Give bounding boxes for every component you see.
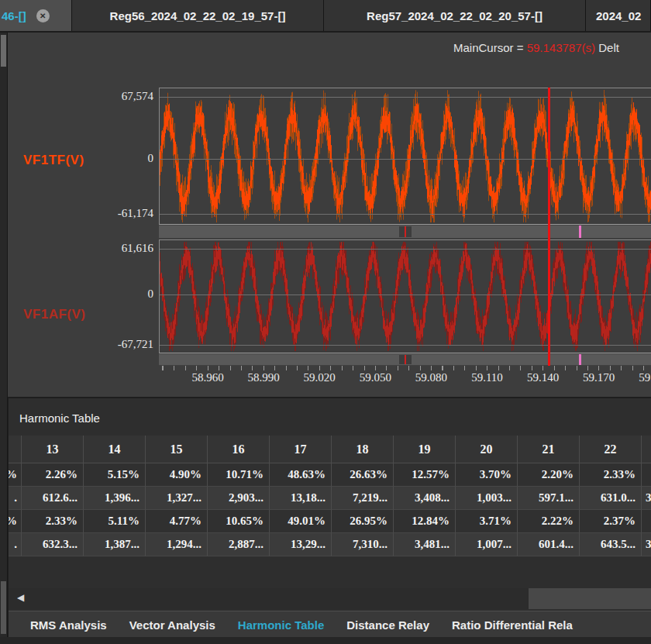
table-header-cell[interactable]: 22	[580, 436, 642, 463]
table-cell[interactable]: 7,310...	[332, 533, 394, 556]
cursor-readout-value: 59.143787(s)	[527, 41, 595, 54]
table-cell[interactable]: 49.01%	[270, 510, 332, 533]
table-cell[interactable]: 13,18...	[270, 487, 332, 510]
vertical-scrollbar[interactable]	[0, 33, 8, 644]
gridline-zero	[160, 159, 651, 160]
harmonic-table-panel: Harmonic Table 13141516171819202122%2.26…	[8, 397, 651, 644]
x-axis-tick-label: 59.170	[583, 371, 615, 384]
table-cell[interactable]: 2.33%	[580, 463, 642, 487]
table-cell[interactable]: 7,219...	[332, 487, 394, 510]
table-cell[interactable]: 3,481...	[394, 533, 456, 556]
table-cell-clipped[interactable]: %	[9, 463, 22, 487]
app-window: 46-[]✕Reg56_2024_02_22_02_19_57-[]Reg57_…	[0, 0, 651, 644]
table-cell[interactable]: 1,007...	[456, 533, 518, 556]
table-cell[interactable]: 26.63%	[332, 463, 394, 487]
table-cell[interactable]: 2,887...	[208, 533, 270, 556]
channel-label-vf1af: VF1AF(V)	[23, 307, 86, 322]
y-axis-label: 67,574	[91, 90, 153, 103]
table-cell[interactable]: 26.95%	[332, 510, 394, 533]
table-cell-clipped[interactable]: 3	[642, 533, 651, 556]
table-header-cell[interactable]: 18	[332, 436, 394, 463]
horizontal-scrollbar-thumb[interactable]	[529, 588, 651, 609]
cursor-readout-tail: Delt	[598, 41, 619, 54]
scroll-left-arrow-icon[interactable]: ◀	[17, 592, 24, 603]
table-cell[interactable]: 643.5...	[580, 533, 642, 556]
analysis-tab-rms-analysis[interactable]: RMS Analysis	[30, 618, 107, 632]
table-cell[interactable]: 3.71%	[456, 510, 518, 533]
table-header-cell[interactable]: 19	[394, 436, 456, 463]
table-cell[interactable]: 4.77%	[146, 510, 208, 533]
file-tab-label: 46-[]	[2, 9, 26, 22]
file-tab-1[interactable]: 46-[]✕	[0, 0, 72, 31]
table-header-cell[interactable]: 21	[518, 436, 580, 463]
table-row: %2.26%5.15%4.90%10.71%48.63%26.63%12.57%…	[9, 463, 651, 487]
table-cell[interactable]: 2.20%	[518, 463, 580, 487]
table-row: .632.3...1,387...1,294...2,887...13,29..…	[9, 533, 651, 556]
table-cell[interactable]: 2.37%	[580, 510, 642, 533]
table-cell[interactable]: 12.84%	[394, 510, 456, 533]
table-cell[interactable]: 2.22%	[518, 510, 580, 533]
pink-marker[interactable]	[579, 354, 581, 365]
waveform-chart-vf1tf[interactable]	[159, 88, 651, 225]
table-cell[interactable]: 5.11%	[84, 510, 146, 533]
table-cell[interactable]: 631.0...	[580, 487, 642, 510]
pink-marker[interactable]	[579, 226, 581, 238]
table-cell[interactable]: 2.26%	[22, 463, 84, 487]
table-cell[interactable]: 1,327...	[146, 487, 208, 510]
table-cell-clipped[interactable]: .	[9, 487, 22, 510]
table-cell-clipped[interactable]	[9, 436, 22, 463]
table-cell[interactable]: 13,29...	[270, 533, 332, 556]
file-tab-4[interactable]: 2024_02	[586, 0, 651, 31]
y-axis-label: 61,616	[91, 242, 153, 255]
table-header-cell[interactable]: 16	[208, 436, 270, 463]
vertical-scrollbar-thumb[interactable]	[1, 35, 6, 67]
table-cell[interactable]: 632.3...	[22, 533, 84, 556]
table-cell-clipped[interactable]	[642, 436, 651, 463]
file-tab-2[interactable]: Reg56_2024_02_22_02_19_57-[]	[72, 0, 324, 31]
y-axis-label: 0	[91, 152, 153, 165]
table-header-cell[interactable]: 17	[270, 436, 332, 463]
waveform-chart-vf1af[interactable]	[159, 239, 651, 353]
table-cell[interactable]: 2,903...	[208, 487, 270, 510]
close-tab-icon[interactable]: ✕	[36, 9, 50, 22]
table-cell-clipped[interactable]: .	[9, 533, 22, 556]
table-header-cell[interactable]: 13	[22, 436, 84, 463]
analysis-tab-ratio-differential-rela[interactable]: Ratio Differential Rela	[452, 618, 573, 632]
table-header-cell[interactable]: 14	[84, 436, 146, 463]
table-cell[interactable]: 601.4...	[518, 533, 580, 556]
table-cell-clipped[interactable]	[642, 510, 651, 533]
x-axis-tick-label: 59.080	[415, 371, 447, 384]
table-header-cell[interactable]: 20	[456, 436, 518, 463]
table-cell[interactable]: 10.65%	[208, 510, 270, 533]
table-cell[interactable]: 1,294...	[146, 533, 208, 556]
vertical-scrollbar-thumb-lower[interactable]	[1, 581, 6, 634]
x-axis-tick-label: 58.960	[191, 371, 223, 384]
file-tab-label: Reg57_2024_02_22_02_20_57-[]	[367, 9, 542, 22]
table-cell[interactable]: 5.15%	[84, 463, 146, 487]
table-cell[interactable]: 10.71%	[208, 463, 270, 487]
table-cell[interactable]: 4.90%	[146, 463, 208, 487]
table-cell-clipped[interactable]	[642, 463, 651, 487]
table-cell[interactable]: 597.1...	[518, 487, 580, 510]
table-cell-clipped[interactable]: %	[9, 510, 22, 533]
table-cell[interactable]: 1,387...	[84, 533, 146, 556]
table-cell-clipped[interactable]: 3	[642, 487, 651, 510]
table-cell[interactable]: 12.57%	[394, 463, 456, 487]
gridline	[160, 249, 651, 250]
main-cursor-line[interactable]	[548, 88, 550, 366]
overview-strip-2[interactable]	[159, 353, 651, 366]
analysis-tab-vector-analysis[interactable]: Vector Analysis	[129, 618, 215, 632]
table-cell[interactable]: 2.33%	[22, 510, 84, 533]
analysis-tab-distance-relay[interactable]: Distance Relay	[346, 618, 429, 632]
table-header-cell[interactable]: 15	[146, 436, 208, 463]
analysis-tab-harmonic-table[interactable]: Harmonic Table	[238, 618, 324, 632]
table-row: %2.33%5.11%4.77%10.65%49.01%26.95%12.84%…	[9, 510, 651, 533]
table-cell[interactable]: 48.63%	[270, 463, 332, 487]
table-cell[interactable]: 3,408...	[394, 487, 456, 510]
table-cell[interactable]: 1,003...	[456, 487, 518, 510]
file-tab-3[interactable]: Reg57_2024_02_22_02_20_57-[]	[324, 0, 586, 31]
table-cell[interactable]: 3.70%	[456, 463, 518, 487]
table-cell[interactable]: 612.6...	[22, 487, 84, 510]
overview-strip-1[interactable]	[159, 225, 651, 239]
table-cell[interactable]: 1,396...	[84, 487, 146, 510]
